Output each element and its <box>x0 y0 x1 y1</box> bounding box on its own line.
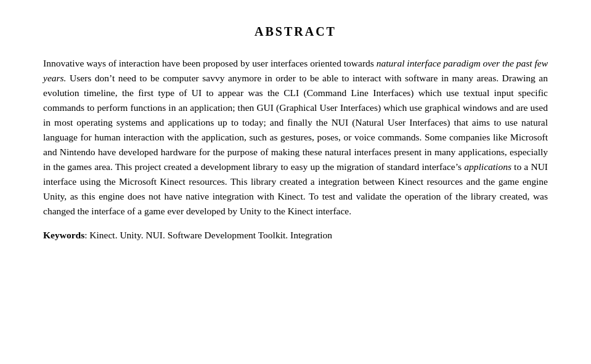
keywords-label: Keywords <box>43 230 84 240</box>
page-container: ABSTRACT Innovative ways of interaction … <box>0 0 591 364</box>
abstract-body: Innovative ways of interaction have been… <box>43 56 548 219</box>
abstract-title: ABSTRACT <box>43 25 548 39</box>
keywords-line: Keywords: Kinect. Unity. NUI. Software D… <box>43 230 548 241</box>
keywords-text: Kinect. Unity. NUI. Software Development… <box>89 230 332 240</box>
abstract-paragraph-1: Innovative ways of interaction have been… <box>43 56 548 219</box>
